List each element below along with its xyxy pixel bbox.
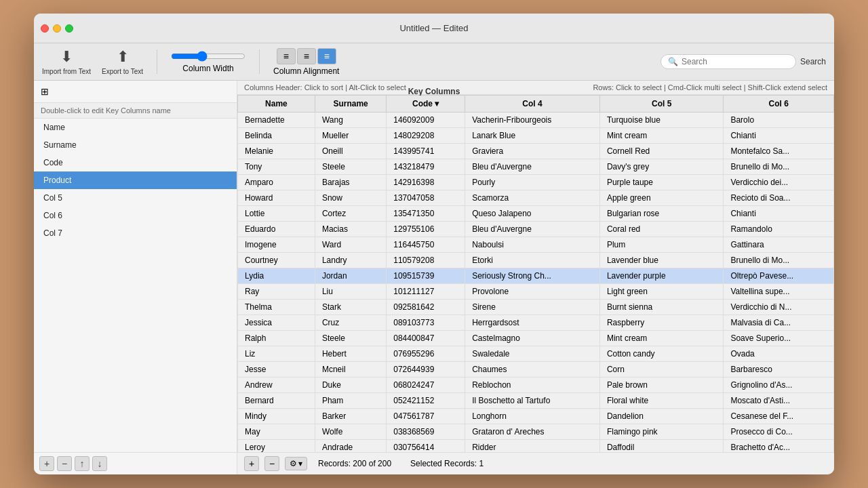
column-header-col-4[interactable]: Col 4 — [465, 96, 600, 113]
table-row[interactable]: BelindaMueller148029208Lanark BlueMint c… — [238, 128, 834, 144]
search-input[interactable] — [682, 57, 789, 66]
sidebar-hint: Double-click to edit Key Columns name — [34, 103, 237, 119]
table-cell: 116445750 — [387, 237, 465, 253]
remove-row-button[interactable]: − — [264, 456, 279, 471]
table-cell: Wolfe — [315, 424, 386, 440]
table-row[interactable]: EduardoMacias129755106Bleu d'AuvergneCor… — [238, 222, 834, 237]
align-right-button[interactable]: ≡ — [317, 48, 336, 64]
table-row[interactable]: CourtneyLandry110579208EtorkiLavender bl… — [238, 253, 834, 268]
sidebar: ⊞ Key Columns Double-click to edit Key C… — [34, 81, 237, 474]
sidebar-item-product[interactable]: Product — [34, 171, 237, 189]
column-header-col-5[interactable]: Col 5 — [599, 96, 724, 113]
add-column-button[interactable]: + — [39, 456, 54, 471]
table-cell: Tony — [238, 159, 315, 175]
table-cell: Lavender blue — [599, 253, 724, 268]
table-cell: Oltrepò Pavese... — [724, 268, 834, 284]
column-header-code[interactable]: Code ▾ — [387, 96, 465, 113]
maximize-button[interactable] — [65, 24, 73, 33]
table-cell: 076955296 — [387, 346, 465, 362]
traffic-lights — [41, 24, 73, 33]
table-cell: Coral red — [599, 222, 724, 237]
sidebar-item-col-6[interactable]: Col 6 — [34, 207, 237, 224]
gear-menu-button[interactable]: ⚙ ▾ — [285, 457, 307, 470]
info-bar: Columns Header: Click to sort | Alt-Clic… — [237, 81, 834, 95]
table-cell: Davy's grey — [599, 159, 724, 175]
table-row[interactable]: RalphSteele084400847CastelmagnoMint crea… — [238, 331, 834, 346]
table-cell: Reblochon — [465, 378, 600, 393]
table-row[interactable]: LizHebert076955296SwaledaleCotton candyO… — [238, 346, 834, 362]
table-cell: Herrgardsost — [465, 315, 600, 331]
table-cell: Mcneil — [315, 362, 386, 378]
table-cell: 047561787 — [387, 409, 465, 424]
sidebar-item-col-5[interactable]: Col 5 — [34, 189, 237, 207]
table-cell: 110579208 — [387, 253, 465, 268]
align-center-button[interactable]: ≡ — [297, 48, 316, 64]
table-cell: Howard — [238, 190, 315, 206]
table-cell: Apple green — [599, 190, 724, 206]
export-button[interactable]: ⬆ Export to Text — [102, 48, 143, 75]
sidebar-item-code[interactable]: Code — [34, 154, 237, 171]
table-row[interactable]: AmparoBarajas142916398PourlyPurple taupe… — [238, 175, 834, 190]
sidebar-item-name[interactable]: Name — [34, 119, 237, 136]
column-header-surname[interactable]: Surname — [315, 96, 386, 113]
table-cell: Sirene — [465, 300, 600, 315]
table-cell: 137047058 — [387, 190, 465, 206]
table-row[interactable]: LydiaJordan109515739Seriously Strong Ch.… — [238, 268, 834, 284]
table-cell: Duke — [315, 378, 386, 393]
import-button[interactable]: ⬇ Import from Text — [42, 48, 91, 75]
table-row[interactable]: TonySteele143218479Bleu d'AuvergneDavy's… — [238, 159, 834, 175]
table-row[interactable]: MindyBarker047561787LonghornDandelionCes… — [238, 409, 834, 424]
add-row-button[interactable]: + — [244, 456, 259, 471]
table-cell: Naboulsi — [465, 237, 600, 253]
move-down-button[interactable]: ↓ — [92, 456, 107, 471]
table-cell: Valtellina supe... — [724, 284, 834, 300]
table-cell: Leroy — [238, 440, 315, 453]
table-cell: Ramandolo — [724, 222, 834, 237]
table-cell: Malvasia di Ca... — [724, 315, 834, 331]
table-cell: Ovada — [724, 346, 834, 362]
column-header-col-6[interactable]: Col 6 — [724, 96, 834, 113]
table-row[interactable]: JesseMcneil072644939ChaumesCornBarbaresc… — [238, 362, 834, 378]
table-cell: Steele — [315, 331, 386, 346]
move-up-button[interactable]: ↑ — [75, 456, 90, 471]
table-row[interactable]: MayWolfe038368569Grataron d' ArechesFlam… — [238, 424, 834, 440]
table-row[interactable]: JessicaCruz089103773HerrgardsostRaspberr… — [238, 315, 834, 331]
table-cell: Cruz — [315, 315, 386, 331]
table-row[interactable]: ThelmaStark092581642SireneBurnt siennaVe… — [238, 300, 834, 315]
table-row[interactable]: AndrewDuke068024247ReblochonPale brownGr… — [238, 378, 834, 393]
remove-column-button[interactable]: − — [57, 456, 72, 471]
table-cell: 109515739 — [387, 268, 465, 284]
table-cell: Prosecco di Co... — [724, 424, 834, 440]
table-cell: Flamingo pink — [599, 424, 724, 440]
table-cell: Amparo — [238, 175, 315, 190]
sidebar-item-col-7[interactable]: Col 7 — [34, 224, 237, 242]
close-button[interactable] — [41, 24, 49, 33]
sidebar-item-surname[interactable]: Surname — [34, 136, 237, 154]
table-row[interactable]: LeroyAndrade030756414RidderDaffodilBrach… — [238, 440, 834, 453]
table-header: NameSurnameCode ▾Col 4Col 5Col 6 — [238, 96, 834, 113]
table-row[interactable]: RayLiu101211127ProvoloneLight greenValte… — [238, 284, 834, 300]
table-row[interactable]: LottieCortez135471350Queso JalapenoBulga… — [238, 206, 834, 222]
table-container[interactable]: NameSurnameCode ▾Col 4Col 5Col 6 Bernade… — [237, 95, 834, 452]
column-width-slider[interactable] — [171, 51, 245, 62]
align-left-button[interactable]: ≡ — [277, 48, 296, 64]
titlebar: Untitled — Edited — [34, 14, 834, 43]
table-row[interactable]: HowardSnow137047058ScamorzaApple greenRe… — [238, 190, 834, 206]
table-cell: Lanark Blue — [465, 128, 600, 144]
table-row[interactable]: BernadetteWang146092009Vacherin-Fribourg… — [238, 113, 834, 128]
table-cell: 143995741 — [387, 144, 465, 159]
table-cell: Eduardo — [238, 222, 315, 237]
minimize-button[interactable] — [53, 24, 61, 33]
table-cell: Thelma — [238, 300, 315, 315]
table-row[interactable]: MelanieOneill143995741GravieraCornell Re… — [238, 144, 834, 159]
table-row[interactable]: BernardPham052421152Il Boschetto al Tart… — [238, 393, 834, 409]
table-cell: Chianti — [724, 128, 834, 144]
column-width-control: Column Width — [171, 51, 245, 73]
table-row[interactable]: ImogeneWard116445750NaboulsiPlumGattinar… — [238, 237, 834, 253]
table-cell: Bleu d'Auvergne — [465, 159, 600, 175]
table-cell: 030756414 — [387, 440, 465, 453]
table-cell: Raspberry — [599, 315, 724, 331]
records-info: Records: 200 of 200 — [318, 459, 391, 468]
column-header-name[interactable]: Name — [238, 96, 315, 113]
table-cell: Daffodil — [599, 440, 724, 453]
